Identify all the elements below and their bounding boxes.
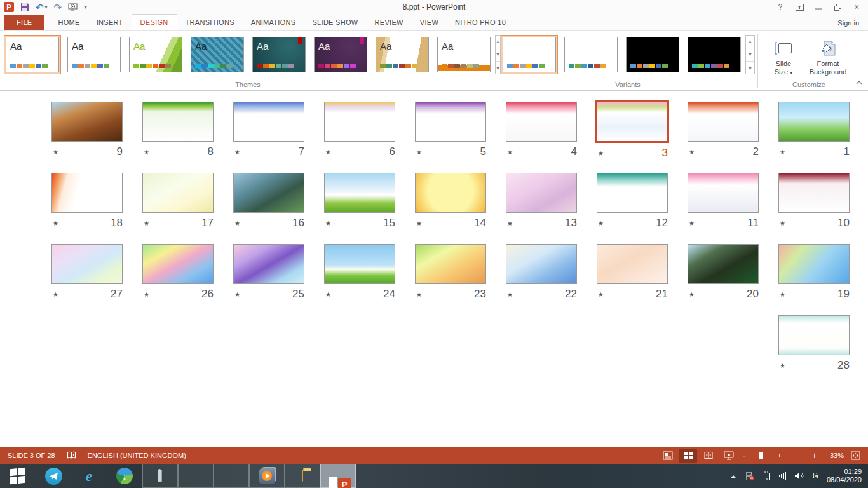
show-hidden-icons-button[interactable]: [730, 474, 736, 478]
ribbon-display-options-button[interactable]: [790, 1, 808, 13]
animation-star-icon[interactable]: ★: [233, 291, 240, 298]
start-button[interactable]: [0, 464, 36, 488]
animation-star-icon[interactable]: ★: [415, 149, 422, 156]
slide-thumbnail-6[interactable]: [324, 102, 395, 142]
taskbar-clock[interactable]: 01:29 08/04/2020: [827, 468, 862, 484]
slide-thumbnail-18[interactable]: [51, 173, 123, 213]
power-battery-icon[interactable]: [763, 471, 771, 481]
slide-thumbnail-24[interactable]: [324, 244, 395, 284]
format-background-button[interactable]: Format Background: [806, 34, 850, 77]
variant-variant-2[interactable]: [562, 35, 620, 74]
variant-variant-4[interactable]: [686, 35, 743, 74]
variant-variant-1[interactable]: [501, 35, 558, 74]
theme-ion-boardroom[interactable]: Aa: [312, 35, 369, 74]
reading-view-button[interactable]: [700, 449, 717, 463]
animation-star-icon[interactable]: ★: [51, 149, 58, 156]
slide-thumbnail-25[interactable]: [233, 244, 304, 284]
variant-variant-3[interactable]: [624, 35, 681, 74]
taskbar-internet-explorer[interactable]: e: [71, 464, 107, 488]
theme-organic[interactable]: Aa: [374, 35, 431, 74]
taskbar-idm[interactable]: ↓: [107, 464, 142, 488]
tab-design[interactable]: DESIGN: [132, 14, 177, 31]
tab-nitro-pro-10[interactable]: NITRO PRO 10: [447, 15, 514, 30]
zoom-slider[interactable]: [750, 456, 808, 456]
slide-thumbnail-21[interactable]: [597, 244, 668, 284]
zoom-slider-knob[interactable]: [759, 452, 763, 459]
animation-star-icon[interactable]: ★: [778, 291, 785, 298]
network-signal-icon[interactable]: [779, 472, 786, 480]
slide-thumbnail-28[interactable]: [778, 315, 850, 355]
animation-star-icon[interactable]: ★: [142, 291, 149, 298]
animation-star-icon[interactable]: ★: [506, 149, 513, 156]
taskbar-remote-keyboard[interactable]: [142, 464, 178, 488]
sign-in-link[interactable]: Sign in: [837, 19, 859, 27]
more-themes-button[interactable]: ▼: [496, 62, 500, 74]
animation-star-icon[interactable]: ★: [597, 150, 604, 157]
start-from-beginning-button[interactable]: [68, 1, 78, 13]
taskbar-chrome[interactable]: [178, 464, 214, 488]
fit-slide-to-window-button[interactable]: [846, 449, 864, 463]
scroll-up-button[interactable]: ▲: [746, 36, 754, 48]
slide-sorter-view-button[interactable]: [679, 449, 697, 463]
animation-star-icon[interactable]: ★: [688, 291, 695, 298]
collapse-ribbon-button[interactable]: [855, 76, 863, 88]
tab-slide-show[interactable]: SLIDE SHOW: [304, 15, 366, 30]
animation-star-icon[interactable]: ★: [688, 149, 695, 156]
slide-show-view-button[interactable]: [720, 449, 738, 463]
zoom-level[interactable]: 33%: [822, 452, 844, 459]
restore-button[interactable]: [829, 1, 846, 13]
slide-thumbnail-22[interactable]: [506, 244, 577, 284]
tab-transitions[interactable]: TRANSITIONS: [177, 15, 243, 30]
animation-star-icon[interactable]: ★: [597, 220, 604, 227]
slide-thumbnail-14[interactable]: [415, 173, 486, 213]
slide-thumbnail-5[interactable]: [415, 102, 486, 142]
undo-button[interactable]: ↶▾: [36, 1, 48, 13]
slide-thumbnail-26[interactable]: [142, 244, 214, 284]
input-language-indicator[interactable]: فا: [813, 471, 818, 480]
tab-review[interactable]: REVIEW: [367, 15, 412, 30]
minimize-button[interactable]: [810, 1, 827, 13]
animation-star-icon[interactable]: ★: [415, 220, 422, 227]
slide-thumbnail-2[interactable]: [688, 102, 759, 142]
theme-office[interactable]: Aa: [65, 35, 123, 74]
close-button[interactable]: ×: [848, 1, 865, 13]
help-button[interactable]: ?: [771, 1, 789, 13]
zoom-in-button[interactable]: +: [812, 451, 817, 460]
slide-thumbnail-11[interactable]: [688, 173, 759, 213]
tab-file[interactable]: FILE: [4, 15, 44, 30]
scroll-down-button[interactable]: ▼: [496, 48, 500, 61]
slide-thumbnail-12[interactable]: [597, 173, 668, 213]
scroll-up-button[interactable]: ▲: [496, 36, 500, 48]
animation-star-icon[interactable]: ★: [506, 291, 513, 298]
animation-star-icon[interactable]: ★: [778, 220, 785, 227]
animation-star-icon[interactable]: ★: [142, 149, 149, 156]
slide-thumbnail-8[interactable]: [142, 102, 214, 142]
animation-star-icon[interactable]: ★: [597, 291, 604, 298]
slide-thumbnail-15[interactable]: [324, 173, 395, 213]
animation-star-icon[interactable]: ★: [688, 220, 695, 227]
save-button[interactable]: [20, 1, 29, 13]
language-indicator[interactable]: ENGLISH (UNITED KINGDOM): [88, 452, 186, 459]
animation-star-icon[interactable]: ★: [324, 220, 331, 227]
spell-check-icon[interactable]: [67, 451, 76, 461]
animation-star-icon[interactable]: ★: [506, 220, 513, 227]
slide-thumbnail-9[interactable]: [51, 102, 123, 142]
animation-star-icon[interactable]: ★: [51, 220, 58, 227]
volume-icon[interactable]: [794, 471, 804, 480]
animation-star-icon[interactable]: ★: [324, 291, 331, 298]
animation-star-icon[interactable]: ★: [142, 220, 149, 227]
redo-button[interactable]: ↷: [54, 1, 62, 13]
scroll-down-button[interactable]: ▼: [746, 48, 754, 61]
tab-animations[interactable]: ANIMATIONS: [243, 15, 304, 30]
action-center-flag-icon[interactable]: [745, 471, 755, 481]
zoom-out-button[interactable]: -: [743, 451, 746, 460]
taskbar-telegram[interactable]: [36, 464, 71, 488]
tab-view[interactable]: VIEW: [412, 15, 447, 30]
animation-star-icon[interactable]: ★: [51, 291, 58, 298]
animation-star-icon[interactable]: ★: [778, 362, 785, 369]
animation-star-icon[interactable]: ★: [233, 149, 240, 156]
theme-integral[interactable]: Aa: [189, 35, 246, 74]
slide-thumbnail-19[interactable]: [778, 244, 850, 284]
animation-star-icon[interactable]: ★: [778, 149, 785, 156]
slide-thumbnail-16[interactable]: [233, 173, 304, 213]
